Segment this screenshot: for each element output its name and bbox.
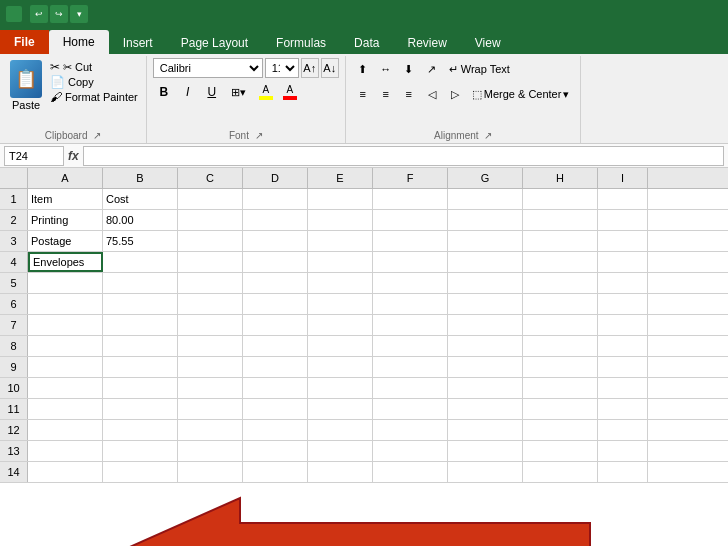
tab-insert[interactable]: Insert (109, 32, 167, 54)
text-angle-button[interactable]: ↗ (421, 59, 443, 79)
copy-button[interactable]: 📄 Copy (48, 75, 140, 89)
cell-d1[interactable] (243, 189, 308, 209)
italic-button[interactable]: I (177, 81, 199, 103)
row-header-12[interactable]: 12 (0, 420, 28, 440)
cell-i4[interactable] (598, 252, 648, 272)
cell-h4[interactable] (523, 252, 598, 272)
decrease-indent-button[interactable]: ◁ (421, 84, 443, 104)
cell-a4-envelopes[interactable]: Envelopes (28, 252, 103, 272)
cell-i2[interactable] (598, 210, 648, 230)
table-row: 11 (0, 399, 728, 420)
row-header-14[interactable]: 14 (0, 462, 28, 482)
font-size-select[interactable]: 11 (265, 58, 299, 78)
tab-review[interactable]: Review (393, 32, 460, 54)
row-header-11[interactable]: 11 (0, 399, 28, 419)
format-painter-button[interactable]: 🖌 Format Painter (48, 90, 140, 104)
formula-input[interactable] (83, 146, 724, 166)
tab-home[interactable]: Home (49, 30, 109, 54)
alignment-group: ⬆ ↔ ⬇ ↗ ↵ Wrap Text ≡ ≡ ≡ ◁ ▷ ⬚ Merge & … (346, 56, 582, 143)
cell-g4[interactable] (448, 252, 523, 272)
cell-e2[interactable] (308, 210, 373, 230)
cell-c4[interactable] (178, 252, 243, 272)
cell-a3[interactable]: Postage (28, 231, 103, 251)
col-header-c[interactable]: C (178, 168, 243, 188)
row-header-9[interactable]: 9 (0, 357, 28, 377)
highlight-color-button[interactable]: A (255, 81, 277, 103)
cell-e4[interactable] (308, 252, 373, 272)
cell-c2[interactable] (178, 210, 243, 230)
quick-access-more[interactable]: ▾ (70, 5, 88, 23)
cell-b1[interactable]: Cost (103, 189, 178, 209)
cell-a1[interactable]: Item (28, 189, 103, 209)
cell-reference-box[interactable]: T24 (4, 146, 64, 166)
bold-button[interactable]: B (153, 81, 175, 103)
row-header-4[interactable]: 4 (0, 252, 28, 272)
align-right-button[interactable]: ≡ (398, 84, 420, 104)
cell-h1[interactable] (523, 189, 598, 209)
row-header-6[interactable]: 6 (0, 294, 28, 314)
cell-b2[interactable]: 80.00 (103, 210, 178, 230)
col-header-f[interactable]: F (373, 168, 448, 188)
align-center-button[interactable]: ≡ (375, 84, 397, 104)
cell-i1[interactable] (598, 189, 648, 209)
cell-a2[interactable]: Printing (28, 210, 103, 230)
col-header-b[interactable]: B (103, 168, 178, 188)
undo-button[interactable]: ↩ (30, 5, 48, 23)
align-top-button[interactable]: ⬆ (352, 59, 374, 79)
cell-f3[interactable] (373, 231, 448, 251)
row-header-13[interactable]: 13 (0, 441, 28, 461)
cell-h3[interactable] (523, 231, 598, 251)
redo-button[interactable]: ↪ (50, 5, 68, 23)
col-header-i[interactable]: I (598, 168, 648, 188)
cell-g2[interactable] (448, 210, 523, 230)
cell-c1[interactable] (178, 189, 243, 209)
col-header-g[interactable]: G (448, 168, 523, 188)
tab-file[interactable]: File (0, 30, 49, 54)
paste-button[interactable]: 📋 Paste (6, 58, 46, 113)
font-decrease-button[interactable]: A↓ (321, 58, 339, 78)
cut-button[interactable]: ✂ ✂ Cut (48, 60, 140, 74)
tab-formulas[interactable]: Formulas (262, 32, 340, 54)
align-middle-button[interactable]: ↔ (375, 59, 397, 79)
col-header-d[interactable]: D (243, 168, 308, 188)
font-name-select[interactable]: Calibri (153, 58, 263, 78)
cell-c3[interactable] (178, 231, 243, 251)
cell-d3[interactable] (243, 231, 308, 251)
cell-h2[interactable] (523, 210, 598, 230)
col-header-e[interactable]: E (308, 168, 373, 188)
wrap-text-button[interactable]: ↵ Wrap Text (444, 58, 515, 80)
col-header-h[interactable]: H (523, 168, 598, 188)
align-bottom-button[interactable]: ⬇ (398, 59, 420, 79)
cell-g3[interactable] (448, 231, 523, 251)
row-header-10[interactable]: 10 (0, 378, 28, 398)
border-button[interactable]: ⊞▾ (225, 81, 253, 103)
row-header-2[interactable]: 2 (0, 210, 28, 230)
font-increase-button[interactable]: A↑ (301, 58, 319, 78)
row-header-5[interactable]: 5 (0, 273, 28, 293)
cell-a5[interactable] (28, 273, 103, 293)
cell-f1[interactable] (373, 189, 448, 209)
cell-e1[interactable] (308, 189, 373, 209)
row-header-1[interactable]: 1 (0, 189, 28, 209)
tab-view[interactable]: View (461, 32, 515, 54)
cell-f2[interactable] (373, 210, 448, 230)
tab-data[interactable]: Data (340, 32, 393, 54)
font-color-button[interactable]: A (279, 81, 301, 103)
cell-b4[interactable] (103, 252, 178, 272)
merge-center-button[interactable]: ⬚ Merge & Center ▾ (467, 83, 575, 105)
increase-indent-button[interactable]: ▷ (444, 84, 466, 104)
row-header-7[interactable]: 7 (0, 315, 28, 335)
cell-g1[interactable] (448, 189, 523, 209)
tab-page-layout[interactable]: Page Layout (167, 32, 262, 54)
cell-d2[interactable] (243, 210, 308, 230)
cell-f4[interactable] (373, 252, 448, 272)
cell-i3[interactable] (598, 231, 648, 251)
row-header-3[interactable]: 3 (0, 231, 28, 251)
underline-button[interactable]: U (201, 81, 223, 103)
col-header-a[interactable]: A (28, 168, 103, 188)
align-left-button[interactable]: ≡ (352, 84, 374, 104)
row-header-8[interactable]: 8 (0, 336, 28, 356)
cell-b3[interactable]: 75.55 (103, 231, 178, 251)
cell-d4[interactable] (243, 252, 308, 272)
cell-e3[interactable] (308, 231, 373, 251)
